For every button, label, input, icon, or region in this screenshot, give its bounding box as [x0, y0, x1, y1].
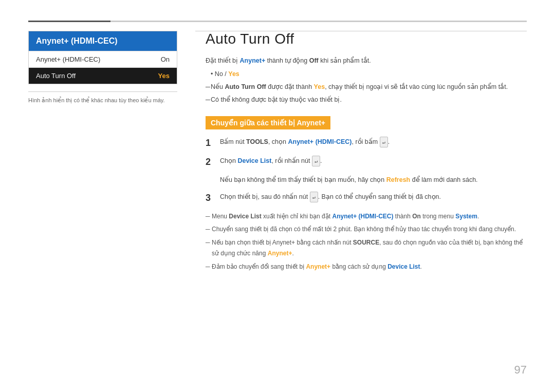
image-note: Hình ảnh hiển thị có thể khác nhau tùy t…: [28, 97, 177, 104]
step1-anynet-highlight: Anynet+ (HDMI-CEC): [288, 138, 352, 145]
page-number: 97: [514, 363, 527, 377]
step-3-number: 3: [206, 192, 220, 204]
step-3: 3 Chọn thiết bị, sau đó nhấn nút ↵. Bạn …: [206, 192, 527, 204]
note-yes-highlight: Yes: [314, 83, 325, 90]
fn1-anynet: Anynet+ (HDMI-CEC): [332, 213, 393, 220]
menu-box: Anynet+ (HDMI-CEC) Anynet+ (HDMI-CEC) On…: [28, 31, 177, 84]
left-divider: [28, 91, 177, 92]
footer-note-1: Menu Device List xuất hiện chỉ khi bạn đ…: [206, 211, 527, 222]
step2-kbd: ↵: [312, 156, 320, 166]
menu-item-anynet[interactable]: Anynet+ (HDMI-CEC) On: [29, 51, 177, 67]
step1-kbd: ↵: [380, 137, 388, 147]
step2-devicelist-highlight: Device List: [237, 157, 271, 164]
footer-note-3: Nếu bạn chọn thiết bị Anynet+ bằng cách …: [206, 237, 527, 259]
page-title: Auto Turn Off: [206, 31, 527, 47]
top-bar: [28, 21, 527, 22]
menu-item-anynet-value: On: [161, 55, 170, 63]
menu-item-anynet-label: Anynet+ (HDMI-CEC): [36, 55, 100, 63]
right-panel: Auto Turn Off Đặt thiết bị Anynet+ thành…: [206, 31, 527, 275]
footer-note-2: Chuyển sang thiết bị đã chọn có thể mất …: [206, 224, 527, 235]
menu-item-autoturnoff-label: Auto Turn Off: [36, 72, 76, 80]
step-1-content: Bấm nút TOOLS, chọn Anynet+ (HDMI-CEC), …: [220, 137, 527, 147]
top-bar-accent: [28, 21, 110, 22]
fn1-system: System: [455, 213, 477, 220]
menu-item-autoturnoff-value: Yes: [158, 72, 170, 80]
step-3-content: Chọn thiết bị, sau đó nhấn nút ↵. Bạn có…: [220, 192, 527, 202]
step2-refresh-highlight: Refresh: [386, 176, 411, 183]
bullet-list: No / Yes: [211, 69, 527, 80]
footer-notes: Menu Device List xuất hiện chỉ khi bạn đ…: [206, 211, 527, 273]
fn4-anynet: Anynet+: [306, 263, 330, 270]
step-2-content: Chọn Device List, rồi nhấn nút ↵.: [220, 156, 527, 166]
menu-title: Anynet+ (HDMI-CEC): [29, 31, 177, 51]
section-heading: Chuyển giữa các thiết bị Anynet+: [206, 116, 330, 129]
main-description: Đặt thiết bị Anynet+ thành tự động Off k…: [206, 55, 527, 66]
left-panel: Anynet+ (HDMI-CEC) Anynet+ (HDMI-CEC) On…: [28, 31, 177, 104]
fn4-devicelist: Device List: [387, 263, 420, 270]
yes-highlight: Yes: [228, 70, 239, 78]
note-line-2: Có thể không được bật tùy thuộc vào thiế…: [206, 95, 527, 105]
menu-item-autoturnoff[interactable]: Auto Turn Off Yes: [29, 67, 177, 84]
fn3-anynet: Anynet+: [268, 250, 292, 257]
step-2-number: 2: [206, 156, 220, 169]
step-2: 2 Chọn Device List, rồi nhấn nút ↵.: [206, 156, 527, 169]
bullet-item-0: No / Yes: [211, 69, 527, 80]
footer-note-4: Đảm bảo chuyển đổi sang thiết bị Anynet+…: [206, 262, 527, 273]
steps-container: 1 Bấm nút TOOLS, chọn Anynet+ (HDMI-CEC)…: [206, 137, 527, 205]
anynet-highlight: Anynet+: [240, 57, 266, 64]
note-line-1: Nếu Auto Turn Off được đặt thành Yes, ch…: [206, 82, 527, 92]
step3-kbd: ↵: [310, 192, 318, 202]
step-2-sub: Nếu bạn không thể tìm thấy thiết bị bạn …: [220, 175, 527, 185]
step-1: 1 Bấm nút TOOLS, chọn Anynet+ (HDMI-CEC)…: [206, 137, 527, 150]
step-1-number: 1: [206, 137, 220, 150]
